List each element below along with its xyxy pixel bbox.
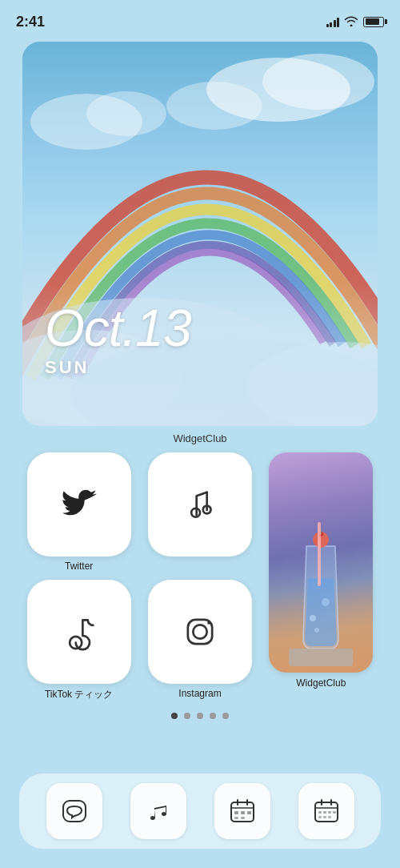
wifi-icon <box>344 15 358 29</box>
calendar-app-1[interactable] <box>214 783 270 839</box>
date-display: Oct.13 SUN <box>45 303 191 378</box>
svg-point-22 <box>207 621 210 624</box>
tiktok-icon <box>58 611 100 653</box>
svg-rect-31 <box>234 817 238 819</box>
line-app[interactable] <box>46 783 102 839</box>
svg-point-1 <box>262 54 374 110</box>
twitter-app[interactable]: Twitter <box>22 452 135 572</box>
svg-rect-32 <box>241 817 245 819</box>
dock-inner <box>19 774 381 849</box>
music-notes-icon <box>144 797 173 826</box>
dot-4 <box>210 713 216 719</box>
instagram-label: Instagram <box>178 688 221 699</box>
tiktok-icon-bg[interactable] <box>27 580 131 684</box>
widgetclub-widget[interactable]: WidgetClub <box>265 452 378 701</box>
app-grid: Twitter <box>22 452 378 701</box>
dot-1 <box>171 713 178 719</box>
svg-rect-18 <box>289 649 353 666</box>
calendar-icon-2 <box>312 797 341 826</box>
music-icon-bg-1[interactable] <box>148 452 252 557</box>
svg-point-4 <box>86 91 166 136</box>
line-icon <box>60 797 89 826</box>
widgetclub-photo[interactable] <box>269 452 373 673</box>
svg-rect-43 <box>328 816 331 818</box>
svg-rect-29 <box>241 811 245 814</box>
signal-icon <box>326 16 340 27</box>
calendar-app-2[interactable] <box>298 783 354 839</box>
dot-3 <box>197 713 203 719</box>
svg-point-15 <box>310 615 316 621</box>
main-content: Oct.13 SUN WidgetClub Twitter <box>0 35 400 719</box>
date-main: Oct.13 <box>45 303 191 354</box>
tiktok-label: TikTok ティック <box>45 688 114 701</box>
calendar-widget-label: WidgetClub <box>22 432 378 444</box>
svg-rect-14 <box>318 522 321 586</box>
svg-rect-39 <box>328 811 331 814</box>
status-time: 2:41 <box>16 14 45 30</box>
page-dots <box>22 713 378 719</box>
dock <box>0 766 400 868</box>
calendar-widget[interactable]: Oct.13 SUN <box>22 42 378 426</box>
instagram-app[interactable]: Instagram <box>143 580 256 701</box>
battery-icon <box>363 17 384 27</box>
music-note-icon <box>179 484 221 525</box>
twitter-icon-bg[interactable] <box>27 452 131 557</box>
svg-rect-41 <box>318 816 322 818</box>
svg-point-17 <box>314 628 319 633</box>
music-app-1[interactable] <box>143 452 256 572</box>
dot-5 <box>222 713 229 719</box>
svg-rect-40 <box>333 811 336 814</box>
instagram-icon-bg[interactable] <box>148 580 252 684</box>
svg-point-2 <box>166 82 262 130</box>
svg-rect-38 <box>323 811 326 814</box>
svg-rect-42 <box>323 816 326 818</box>
date-day: SUN <box>45 357 191 378</box>
drink-illustration <box>289 506 353 666</box>
music-app-dock[interactable] <box>130 783 186 839</box>
widgetclub-large-label: WidgetClub <box>296 677 346 689</box>
status-bar: 2:41 <box>0 0 400 35</box>
dot-2 <box>184 713 190 719</box>
svg-rect-28 <box>234 811 238 814</box>
twitter-label: Twitter <box>65 561 93 572</box>
svg-rect-30 <box>247 811 251 814</box>
instagram-icon <box>179 611 221 653</box>
svg-point-21 <box>193 625 206 638</box>
twitter-icon <box>58 484 100 525</box>
svg-point-16 <box>322 598 330 606</box>
calendar-icon-1 <box>228 797 257 826</box>
tiktok-app[interactable]: TikTok ティック <box>22 580 135 701</box>
status-icons <box>326 15 385 29</box>
svg-rect-37 <box>318 811 322 814</box>
